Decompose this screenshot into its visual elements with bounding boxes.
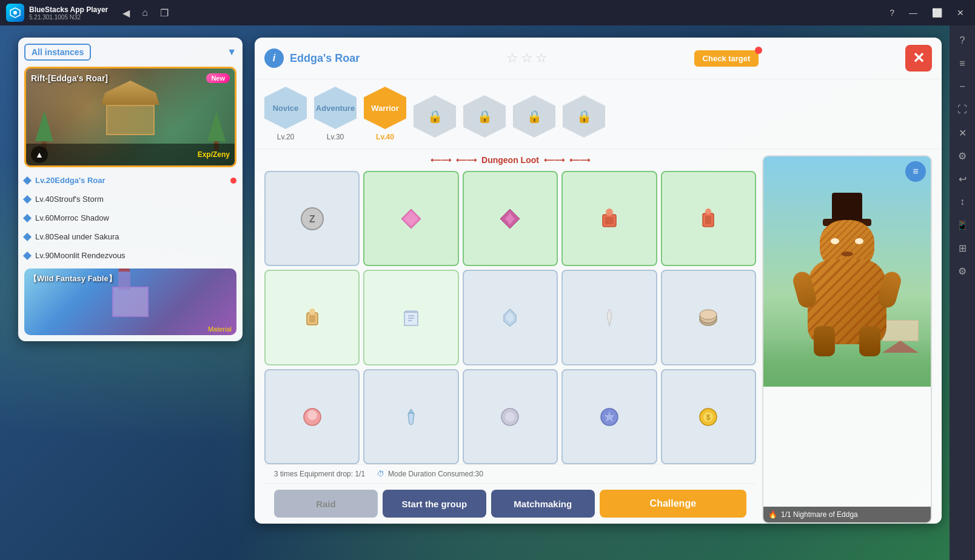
dungeon-card-title: Rift-[Eddga's Roar] bbox=[31, 73, 108, 83]
challenge-button[interactable]: Challenge bbox=[600, 490, 746, 518]
card-arrow-btn[interactable]: ▲ bbox=[31, 146, 48, 163]
dungeon-name-0: Lv.20Eddga's Roar bbox=[35, 176, 106, 185]
leg-left bbox=[814, 326, 835, 356]
loot-title: ⟵⟶ Dungeon Loot ⟵⟶ bbox=[264, 155, 756, 165]
loot-item-8 bbox=[561, 270, 657, 365]
diff-tab-locked-2[interactable] bbox=[463, 95, 506, 141]
dungeon-name-4: Lv.90Moonlit Rendezvous bbox=[35, 251, 126, 260]
instances-label: All instances bbox=[24, 44, 91, 61]
check-target-button[interactable]: Check target bbox=[694, 50, 759, 67]
card-reward-label: Exp/Zeny bbox=[198, 150, 230, 159]
svg-point-5 bbox=[606, 208, 613, 216]
leg-right bbox=[859, 326, 880, 356]
sidebar-expand-btn[interactable]: ⛶ bbox=[952, 99, 973, 120]
start-group-button[interactable]: Start the group bbox=[383, 490, 486, 518]
svg-point-22 bbox=[505, 412, 515, 422]
loot-item-7 bbox=[463, 270, 558, 365]
close-panel-button[interactable]: ✕ bbox=[905, 45, 932, 72]
left-panel: All instances ▼ bbox=[18, 38, 243, 341]
diff-tab-locked-4[interactable] bbox=[563, 95, 605, 141]
check-target-notification bbox=[755, 47, 762, 54]
gazebo-decoration bbox=[94, 81, 167, 141]
dot-icon-3 bbox=[23, 232, 32, 241]
wild-card-subtitle: Material bbox=[208, 325, 232, 333]
diff-tab-locked-1[interactable] bbox=[414, 95, 456, 141]
sidebar-back-btn[interactable]: ↩ bbox=[952, 168, 973, 189]
help-button[interactable]: ? bbox=[885, 5, 899, 20]
sidebar-phone-btn[interactable]: 📱 bbox=[952, 215, 973, 235]
dungeon-card[interactable]: Rift-[Eddga's Roar] New ▲ Exp/Zeny bbox=[24, 67, 236, 167]
monster-label: 🔥 1/1 Nightmare of Eddga bbox=[763, 507, 931, 522]
sidebar-menu-btn[interactable]: ≡ bbox=[952, 53, 973, 74]
bottom-bar: 3 times Equipment drop: 1/1 ⏱ Mode Durat… bbox=[264, 464, 756, 483]
loot-arrows-right: ⟵⟶ bbox=[544, 156, 565, 164]
diff-hex-novice: Novice bbox=[264, 87, 307, 129]
back-button[interactable]: ◀ bbox=[120, 5, 132, 21]
notification-dot-0 bbox=[230, 178, 236, 184]
close-window-button[interactable]: ✕ bbox=[952, 5, 969, 20]
svg-rect-6 bbox=[605, 217, 614, 224]
restore-button[interactable]: ⬜ bbox=[927, 5, 947, 20]
loot-item-11 bbox=[363, 369, 458, 464]
dungeon-name-1: Lv.40Strouf's Storm bbox=[35, 195, 104, 204]
raid-button[interactable]: Raid bbox=[274, 490, 378, 518]
loot-item-13 bbox=[561, 369, 657, 464]
sidebar-grid-btn[interactable]: ⊞ bbox=[952, 238, 973, 258]
loot-item-5 bbox=[264, 270, 360, 365]
home-button[interactable]: ⌂ bbox=[139, 5, 150, 21]
diff-tab-locked-3[interactable] bbox=[513, 95, 555, 141]
titlebar-nav: ◀ ⌂ ❐ bbox=[120, 5, 171, 21]
minimize-button[interactable]: — bbox=[904, 5, 922, 20]
sidebar-close-btn[interactable]: ✕ bbox=[952, 122, 973, 143]
diff-hex-warrior: Warrior bbox=[364, 87, 406, 129]
star-3: ☆ bbox=[535, 50, 548, 66]
sidebar-settings-btn[interactable]: ⚙ bbox=[952, 145, 973, 166]
dot-icon-1 bbox=[23, 195, 32, 203]
monster-panel: ≡ 🔥 1/1 Nightmare of Eddga bbox=[762, 155, 932, 524]
card-bottom: ▲ Exp/Zeny bbox=[26, 144, 235, 165]
monster-name: 1/1 Nightmare of Eddga bbox=[781, 510, 858, 519]
loot-grid: Z bbox=[264, 171, 756, 464]
loot-item-6 bbox=[363, 270, 458, 365]
diff-hex-locked-3 bbox=[513, 95, 555, 138]
star-2: ☆ bbox=[521, 50, 533, 66]
loot-item-3 bbox=[561, 171, 657, 266]
svg-point-18 bbox=[700, 310, 717, 319]
loot-item-4 bbox=[661, 171, 756, 266]
diff-hex-locked-4 bbox=[563, 95, 605, 138]
dungeon-name-3: Lv.80Seal under Sakura bbox=[35, 232, 119, 241]
dungeon-card-image: Rift-[Eddga's Roar] New ▲ Exp/Zeny bbox=[26, 68, 235, 165]
svg-rect-12 bbox=[309, 315, 315, 322]
windows-button[interactable]: ❐ bbox=[158, 5, 171, 21]
monster-menu-button[interactable]: ≡ bbox=[905, 161, 926, 182]
dungeon-list-item-0[interactable]: Lv.20Eddga's Roar bbox=[24, 173, 236, 187]
loot-item-14: $ bbox=[661, 369, 756, 464]
diff-tab-novice[interactable]: Novice Lv.20 bbox=[264, 87, 307, 141]
dungeon-list-item-3[interactable]: Lv.80Seal under Sakura bbox=[24, 230, 236, 244]
right-info-panel: i Eddga's Roar ☆ ☆ ☆ Check target ✕ Novi… bbox=[255, 38, 942, 524]
wild-card-title: 【Wild Fantasy Fable】 bbox=[29, 273, 116, 284]
wild-fantasy-card[interactable]: 【Wild Fantasy Fable】 Material bbox=[24, 268, 236, 335]
diff-level-novice: Lv.20 bbox=[277, 133, 294, 141]
info-header: i Eddga's Roar ☆ ☆ ☆ Check target ✕ bbox=[255, 38, 942, 79]
app-title: BlueStacks App Player bbox=[29, 5, 108, 14]
dungeon-list-item-1[interactable]: Lv.40Strouf's Storm bbox=[24, 192, 236, 206]
loot-item-0: Z bbox=[264, 171, 360, 266]
app-version: 5.21.301.1005 N32 bbox=[29, 14, 108, 21]
dungeon-list-item-4[interactable]: Lv.90Moonlit Rendezvous bbox=[24, 248, 236, 262]
matchmaking-button[interactable]: Matchmaking bbox=[491, 490, 595, 518]
loot-item-2 bbox=[463, 171, 558, 266]
sidebar-minimize-btn[interactable]: − bbox=[952, 76, 973, 97]
duration-text: Mode Duration Consumed:30 bbox=[388, 470, 483, 478]
loot-item-1 bbox=[363, 171, 458, 266]
filter-icon[interactable]: ▼ bbox=[227, 47, 236, 58]
dungeon-list-item-2[interactable]: Lv.60Morroc Shadow bbox=[24, 211, 236, 225]
wild-card-image: 【Wild Fantasy Fable】 Material bbox=[24, 268, 236, 335]
sidebar-help-btn[interactable]: ? bbox=[952, 30, 973, 51]
castle-decoration bbox=[106, 287, 155, 329]
sidebar-config-btn[interactable]: ⚙ bbox=[952, 261, 973, 281]
new-badge: New bbox=[206, 73, 230, 83]
diff-tab-adventure[interactable]: Adventure Lv.30 bbox=[314, 87, 357, 141]
diff-tab-warrior[interactable]: Warrior Lv.40 bbox=[364, 87, 406, 141]
sidebar-rotate-btn[interactable]: ↕ bbox=[952, 192, 973, 212]
